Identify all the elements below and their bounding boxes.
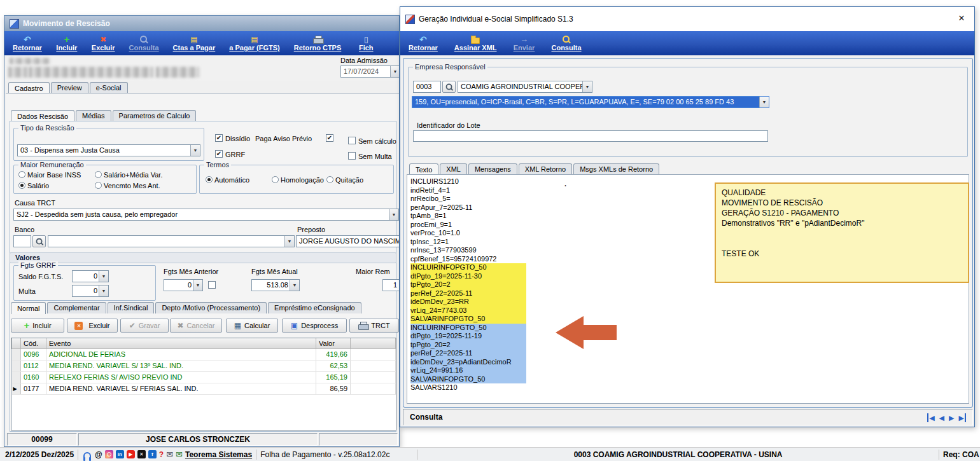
incluir-button[interactable]: + Incluir <box>53 34 81 52</box>
headset-icon[interactable] <box>83 452 91 458</box>
dissidio-checkbox[interactable] <box>215 134 223 142</box>
automatico-radio[interactable] <box>206 176 213 183</box>
retorno-ctps-button[interactable]: Retorno CTPS <box>291 34 345 52</box>
chevron-down-icon[interactable] <box>759 97 769 107</box>
titlebar-movimento[interactable]: Movimento de Rescisão <box>4 16 399 31</box>
envelope-icon[interactable]: ✉ <box>166 450 173 459</box>
esocial-tab[interactable]: XML Retorno <box>519 163 572 175</box>
annotation-note: QUALIDADEMOVIMENTO DE RESCISÃOGERAÇÃO S1… <box>715 182 969 283</box>
consulta-button[interactable]: Consulta <box>548 34 584 52</box>
table-row[interactable]: 0096 ADICIONAL DE FERIAS 419,66 <box>12 348 396 360</box>
esocial-tab[interactable]: XML <box>440 163 467 175</box>
incluir-row-button[interactable]: + Incluir <box>11 319 64 333</box>
toolbar-movimento: ↶ Retornar + Incluir ✖ Excluir Consulta … <box>4 31 399 55</box>
main-tab[interactable]: e-Social <box>90 82 128 93</box>
fich-button[interactable]: ▯ Fich <box>352 34 380 52</box>
detail-tab[interactable]: Inf.Sindical <box>108 302 155 313</box>
instagram-icon[interactable] <box>105 450 113 458</box>
paga-aviso-checkbox[interactable] <box>326 134 333 142</box>
facebook-icon[interactable]: f <box>148 450 157 458</box>
prev-record-button[interactable]: ◀ <box>939 413 944 422</box>
assinar-xml-button[interactable]: Assinar XML <box>451 34 500 52</box>
detail-tab[interactable]: Complementar <box>47 302 106 313</box>
linkedin-icon[interactable]: in <box>116 450 124 458</box>
ctas-a-pagar-button[interactable]: ▤ Ctas a Pagar <box>170 34 219 52</box>
next-record-button[interactable]: ▶ <box>949 413 954 422</box>
data-admissao-field[interactable]: 17/07/2024 <box>340 65 400 78</box>
sub-tab[interactable]: Médias <box>76 110 111 121</box>
table-row[interactable]: 0112 MEDIA REND. VARIAVEL S/ 13º SAL. IN… <box>12 360 396 371</box>
check-icon: ✔ <box>129 321 136 330</box>
note-line: QUALIDADE <box>722 188 962 198</box>
quitacao-radio[interactable] <box>326 176 333 183</box>
maior-rem-field[interactable]: 1 <box>382 279 400 291</box>
chevron-down-icon[interactable] <box>99 286 108 296</box>
fgts-anterior-checkbox[interactable] <box>208 281 216 289</box>
texto-line: INCLUIRS1210 <box>410 177 526 186</box>
main-tab[interactable]: Preview <box>51 82 88 93</box>
multa-select[interactable]: 0 <box>72 285 109 297</box>
empresa-codigo-field[interactable]: 0003 <box>413 81 441 93</box>
window-title: Movimento de Rescisão <box>23 19 110 28</box>
maior-base-inss-radio[interactable] <box>18 171 25 178</box>
trct-button[interactable]: TRCT <box>349 319 399 333</box>
process-icon: ▣ <box>291 321 298 330</box>
certificado-select[interactable]: 159, OU=presencial, O=ICP-Brasil, C=BR, … <box>412 96 769 108</box>
excluir-button[interactable]: ✖ Excluir <box>88 34 118 52</box>
chevron-down-icon[interactable] <box>582 81 592 92</box>
vencmto-mes-radio[interactable] <box>95 182 102 189</box>
chevron-down-icon[interactable] <box>290 280 299 291</box>
x-icon[interactable]: ✕ <box>137 450 146 458</box>
module-version: Folha de Pagamento - v.25.08a12.02c <box>260 450 413 459</box>
table-row[interactable]: 0160 REFLEXO FERIAS S/ AVISO PREVIO IND … <box>12 371 396 383</box>
tipo-rescisao-select[interactable]: 03 - Dispensa sem Justa Causa <box>17 144 200 156</box>
lote-input[interactable] <box>413 130 768 142</box>
a-pagar-fgts-button[interactable]: ▤ a Pagar (FGTS) <box>226 34 283 52</box>
detail-tab[interactable]: Empréstimo eConsignado <box>268 302 361 313</box>
chevron-down-icon[interactable] <box>190 145 200 156</box>
retornar-button[interactable]: ↶ Retornar <box>10 34 45 52</box>
salario-media-radio[interactable] <box>95 171 102 178</box>
saldo-fgts-select[interactable]: 0 <box>72 270 109 282</box>
banco-search-button[interactable] <box>32 235 46 247</box>
data-admissao-label: Data Admissão <box>340 57 388 64</box>
quitacao-label: Quitação <box>335 176 363 184</box>
calcular-button[interactable]: ▦ Calcular <box>226 319 278 333</box>
sem-multa-checkbox[interactable] <box>348 152 356 160</box>
chevron-down-icon[interactable] <box>193 280 202 291</box>
youtube-icon[interactable]: ▶ <box>127 450 135 458</box>
empresa-search-button[interactable] <box>442 81 456 93</box>
close-button[interactable]: ✕ <box>954 13 969 25</box>
sem-calculo-checkbox[interactable] <box>348 137 356 144</box>
chevron-down-icon[interactable] <box>284 236 294 247</box>
chevron-down-icon[interactable] <box>99 271 108 282</box>
last-record-button[interactable]: ▶ <box>959 413 966 422</box>
automatico-label: Automático <box>214 176 249 184</box>
question-icon[interactable]: ? <box>159 450 164 459</box>
causa-trct-select[interactable]: SJ2 - Despedida sem justa causa, pelo em… <box>13 209 399 221</box>
sub-tab[interactable]: Parametros de Calculo <box>113 110 197 121</box>
detail-tab[interactable]: Depto /Motivo (Processamento) <box>155 302 267 313</box>
excluir-row-button[interactable]: ✕ Excluir <box>67 319 118 333</box>
detail-tab[interactable]: Normal <box>11 302 46 314</box>
retornar-button[interactable]: ↶ Retornar <box>405 34 441 52</box>
homologacao-radio[interactable] <box>272 176 279 183</box>
salario-radio[interactable] <box>18 182 25 189</box>
teorema-link[interactable]: Teorema Sistemas <box>185 450 252 459</box>
chevron-down-icon[interactable] <box>390 66 400 77</box>
empresa-select[interactable]: COAMIG AGROINDUSTRIAL COOPERATIVA - USIN… <box>458 81 592 93</box>
banco-select[interactable] <box>48 235 295 247</box>
fgts-atual-select[interactable]: 513.08 <box>251 279 300 291</box>
preposto-field[interactable]: JORGE AUGUSTO DO NASCIM <box>296 235 400 247</box>
at-icon[interactable]: @ <box>95 450 102 459</box>
esocial-tab[interactable]: Msgs XMLs de Retorno <box>573 163 659 175</box>
titlebar-esocial[interactable]: Geração Individual e-Social Simplificado… <box>400 7 974 31</box>
events-grid[interactable]: Cód. Evento Valor 0096 ADICIONAL DE FERI… <box>11 338 396 430</box>
fgts-anterior-select[interactable]: 0 <box>164 279 203 291</box>
first-record-button[interactable]: ◀ <box>927 413 934 422</box>
chevron-down-icon[interactable] <box>389 209 398 220</box>
desprocessar-button[interactable]: ▣ Desprocess <box>282 319 347 333</box>
table-row[interactable]: ▶ 0177 MEDIA REND. VARIAVEL S/ FERIAS SA… <box>12 383 396 394</box>
banco-code-field[interactable] <box>13 235 31 247</box>
esocial-tab[interactable]: Mensagens <box>468 163 517 175</box>
